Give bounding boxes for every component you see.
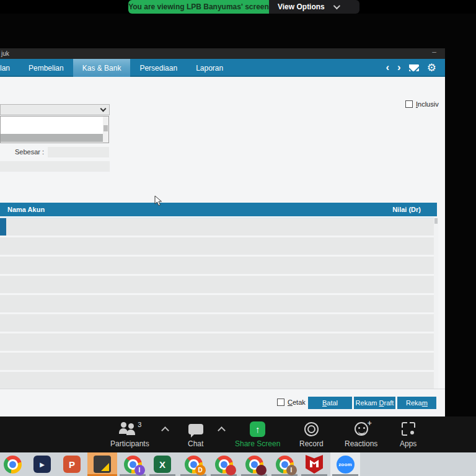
taskbar-chrome-profile-3[interactable] bbox=[209, 452, 239, 476]
participants-icon: 3 bbox=[119, 422, 140, 436]
reactions-button[interactable]: + Reactions bbox=[345, 421, 377, 448]
chrome-icon: I bbox=[124, 456, 142, 474]
share-screen-label: Share Screen bbox=[235, 439, 280, 448]
chat-chevron-icon[interactable] bbox=[218, 426, 226, 434]
cetak-checkbox-row[interactable]: Cetak bbox=[277, 399, 306, 406]
dropdown-chevron-icon bbox=[100, 106, 107, 112]
profile-badge bbox=[256, 465, 267, 475]
video-editor-icon bbox=[33, 456, 51, 473]
participants-chevron-icon[interactable] bbox=[161, 426, 169, 434]
rekam-draft-button[interactable]: Rekam Draft bbox=[354, 397, 395, 409]
table-row[interactable] bbox=[0, 295, 434, 312]
listbox-selected-item[interactable] bbox=[1, 134, 103, 142]
windows-taskbar: P I X D bbox=[0, 452, 476, 476]
participants-count-badge: 3 bbox=[138, 421, 141, 428]
table-row[interactable] bbox=[0, 257, 434, 274]
account-dropdown[interactable] bbox=[0, 104, 110, 115]
menu-tab-penjualan[interactable]: lan bbox=[0, 59, 19, 77]
view-options-label: View Options bbox=[278, 2, 325, 11]
profile-badge: I bbox=[286, 465, 297, 475]
profile-badge bbox=[226, 465, 236, 475]
inclusiv-label: Inclusiv bbox=[416, 100, 439, 108]
table-row[interactable] bbox=[0, 372, 434, 389]
table-scrollbar[interactable] bbox=[434, 218, 438, 389]
table-row[interactable] bbox=[0, 333, 434, 351]
chat-label: Chat bbox=[188, 439, 203, 448]
table-row[interactable] bbox=[0, 314, 434, 332]
apps-button[interactable]: Apps bbox=[400, 421, 416, 448]
excel-icon: X bbox=[154, 456, 171, 473]
menu-tab-persediaan[interactable]: Persediaan bbox=[130, 59, 187, 77]
listbox-scrollbar[interactable] bbox=[103, 117, 108, 143]
forward-icon[interactable]: › bbox=[397, 62, 401, 73]
view-options-button[interactable]: View Options bbox=[269, 0, 359, 14]
participants-button[interactable]: 3 Participants bbox=[110, 421, 149, 448]
taskbar-zoom[interactable]: zoom bbox=[330, 452, 360, 476]
table-scrollbar-thumb[interactable] bbox=[434, 218, 438, 224]
apps-icon bbox=[402, 422, 415, 436]
taskbar-excel[interactable]: X bbox=[148, 452, 177, 476]
taskbar-powerpoint[interactable]: P bbox=[57, 452, 87, 476]
listbox-scrollbar-thumb[interactable] bbox=[104, 125, 108, 131]
record-icon bbox=[304, 422, 319, 436]
zoom-meeting-toolbar: 3 Participants Chat ↑ Share Screen Recor… bbox=[0, 416, 476, 452]
gear-icon[interactable]: ⚙ bbox=[427, 63, 436, 73]
powerpoint-icon: P bbox=[63, 456, 81, 473]
back-icon[interactable]: ‹ bbox=[386, 62, 389, 73]
cetak-checkbox[interactable] bbox=[277, 399, 284, 406]
taskbar-mcafee[interactable] bbox=[299, 452, 329, 476]
zoom-sharing-banner: You are viewing LPB Banyumas' screen Vie… bbox=[0, 0, 476, 14]
sebesar-input[interactable] bbox=[48, 147, 109, 157]
inclusiv-checkbox-row[interactable]: Inclusiv bbox=[405, 100, 439, 108]
chevron-down-icon bbox=[333, 2, 340, 9]
taskbar-video-editor[interactable] bbox=[27, 452, 57, 476]
profile-badge: I bbox=[134, 465, 145, 475]
record-label: Record bbox=[299, 439, 324, 448]
chat-icon bbox=[188, 424, 203, 434]
apps-label: Apps bbox=[400, 439, 416, 448]
mail-icon[interactable] bbox=[409, 64, 419, 71]
sharing-status-text: You are viewing LPB Banyumas' screen bbox=[128, 0, 269, 14]
table-row[interactable] bbox=[0, 353, 434, 370]
taskbar-chrome-profile-4[interactable] bbox=[239, 452, 269, 476]
zoom-icon: zoom bbox=[337, 456, 355, 474]
secondary-field[interactable] bbox=[0, 161, 110, 172]
record-button[interactable]: Record bbox=[299, 421, 324, 448]
selected-row-marker bbox=[0, 218, 6, 236]
table-row[interactable] bbox=[0, 237, 434, 255]
account-listbox[interactable] bbox=[0, 116, 109, 143]
table-row[interactable] bbox=[0, 276, 434, 293]
taskbar-chrome-profile-5[interactable]: I bbox=[270, 452, 299, 476]
minimize-button[interactable]: – bbox=[432, 48, 436, 56]
taskbar-accounting-app[interactable] bbox=[87, 452, 117, 476]
desktop: You are viewing LPB Banyumas' screen Vie… bbox=[0, 0, 476, 476]
taskbar-chrome-profile-1[interactable]: I bbox=[118, 452, 148, 476]
share-screen-icon: ↑ bbox=[250, 421, 265, 437]
participants-label: Participants bbox=[110, 439, 149, 448]
mcafee-icon bbox=[306, 455, 323, 474]
taskbar-chrome-profile-2[interactable]: D bbox=[178, 452, 208, 476]
inclusiv-checkbox[interactable] bbox=[405, 100, 413, 108]
taskbar-chrome[interactable] bbox=[0, 452, 27, 476]
batal-button[interactable]: Batal bbox=[308, 397, 352, 409]
menu-tab-kas-bank[interactable]: Kas & Bank bbox=[73, 59, 131, 77]
accounting-app-window: juk – lan Pembelian Kas & Bank Persediaa… bbox=[0, 48, 445, 416]
app-menu-bar: lan Pembelian Kas & Bank Persediaan Lapo… bbox=[0, 59, 445, 77]
chrome-icon bbox=[245, 456, 263, 474]
rekam-button[interactable]: Rekam bbox=[397, 397, 436, 409]
reactions-icon bbox=[355, 422, 368, 436]
chrome-icon bbox=[4, 456, 22, 474]
table-row[interactable] bbox=[0, 218, 434, 236]
mouse-cursor bbox=[154, 195, 163, 206]
chat-button[interactable]: Chat bbox=[188, 421, 203, 448]
share-screen-button[interactable]: ↑ Share Screen bbox=[235, 421, 280, 448]
chrome-icon: I bbox=[276, 456, 294, 474]
chrome-icon bbox=[215, 456, 233, 474]
menu-tab-pembelian[interactable]: Pembelian bbox=[19, 59, 73, 77]
profile-badge: D bbox=[195, 465, 206, 475]
table-header: Nama Akun Nilai (Dr) bbox=[0, 203, 437, 216]
column-nama-akun: Nama Akun bbox=[7, 206, 45, 213]
menu-tab-laporan[interactable]: Laporan bbox=[187, 59, 232, 77]
reactions-label: Reactions bbox=[345, 439, 377, 448]
accounting-app-icon bbox=[94, 456, 111, 473]
